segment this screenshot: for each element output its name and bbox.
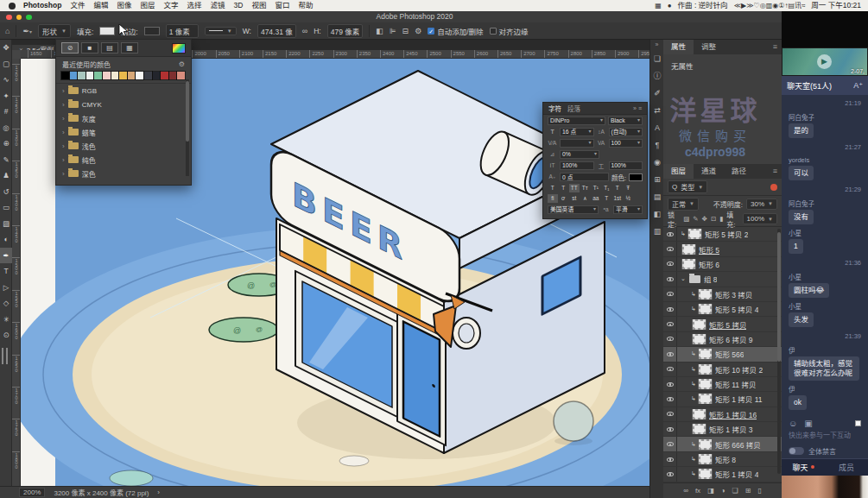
- minimize-window-button[interactable]: [16, 15, 22, 21]
- swatch-#23252c[interactable]: [153, 72, 161, 79]
- no-color-button[interactable]: ⊘: [61, 42, 79, 54]
- swatches-scrollbar-thumb[interactable]: [186, 81, 189, 142]
- layer-style-icon[interactable]: fx: [695, 487, 700, 495]
- lock-position-icon[interactable]: ✥: [702, 215, 707, 223]
- layer-row[interactable]: 矩形 1 拷贝 16: [663, 407, 782, 422]
- layer-row[interactable]: ↳矩形 5 拷贝 2: [663, 227, 782, 242]
- info-panel-icon[interactable]: ⓘ: [650, 67, 664, 85]
- pen-tool-preset-icon[interactable]: ✒▾: [22, 27, 32, 35]
- auto-add-delete-checkbox[interactable]: ✓自动添加/删除: [428, 26, 483, 36]
- layer-name[interactable]: 矩形 5 拷贝 2: [705, 229, 749, 239]
- visibility-eye-icon[interactable]: [663, 347, 677, 361]
- stamp-tool[interactable]: ♟: [0, 167, 12, 184]
- text-color-chip[interactable]: [629, 173, 643, 181]
- chat-input-placeholder[interactable]: 快出来参与一下互动: [782, 430, 868, 443]
- swatch-group-灰度[interactable]: ›灰度: [56, 111, 191, 125]
- text-style-button[interactable]: T₁: [602, 184, 612, 192]
- layer-row[interactable]: ↳矩形 1 拷贝 4: [663, 467, 782, 482]
- adjustment-layer-icon[interactable]: ◑: [721, 487, 725, 495]
- layer-row[interactable]: ↳矩形 3 拷贝: [663, 287, 782, 302]
- zoom-tool[interactable]: ⊙: [0, 327, 12, 344]
- tab-properties[interactable]: 属性: [663, 40, 694, 54]
- swatch-group-深色[interactable]: ›深色: [56, 167, 191, 180]
- menu-bar-clock[interactable]: 周一 下午10:21: [811, 0, 861, 11]
- opentype-feature-button[interactable]: fi: [548, 194, 558, 203]
- kerning-field[interactable]: ▾: [560, 139, 594, 148]
- pattern-button[interactable]: ▦: [121, 42, 138, 54]
- zoom-level-field[interactable]: 200%: [19, 488, 45, 497]
- opentype-feature-button[interactable]: st: [569, 194, 580, 203]
- keyboard-icon[interactable]: ▤: [788, 2, 795, 9]
- pen-tool[interactable]: ✒: [0, 248, 12, 264]
- text-style-button[interactable]: T: [559, 184, 569, 192]
- libraries-panel-icon[interactable]: ▥: [650, 223, 664, 240]
- history-panel-icon[interactable]: ❏: [650, 50, 664, 67]
- maximize-window-button[interactable]: [26, 15, 32, 21]
- layer-name[interactable]: 矩形 8: [715, 454, 736, 464]
- next-track-icon[interactable]: ≫: [746, 2, 753, 9]
- text-style-button[interactable]: Tᴛ: [580, 184, 591, 192]
- swatch-#b23131[interactable]: [161, 72, 168, 79]
- shape-settings-gear-icon[interactable]: ⚙: [415, 27, 421, 35]
- swatch-#f6f6f4[interactable]: [136, 72, 143, 79]
- visibility-eye-icon[interactable]: [663, 422, 677, 436]
- layer-name[interactable]: 矩形 666 拷贝: [715, 439, 761, 450]
- gradient-tool[interactable]: ▨: [0, 216, 12, 232]
- tab-character[interactable]: 字符: [548, 104, 561, 113]
- tab-paths[interactable]: 路径: [724, 164, 754, 179]
- layers-panel-menu-icon[interactable]: ≡: [773, 164, 782, 179]
- visibility-eye-icon[interactable]: [663, 332, 677, 346]
- menu-图像[interactable]: 图像: [117, 1, 131, 9]
- character-panel-icon[interactable]: A: [650, 119, 664, 136]
- swatch-#7cc49e[interactable]: [94, 72, 102, 79]
- swatch-#e9b94d[interactable]: [119, 72, 127, 79]
- lock-all-icon[interactable]: ▮: [719, 215, 723, 223]
- layer-row[interactable]: ↳矩形 10 拷贝 2: [663, 362, 782, 377]
- tab-layers[interactable]: 图层: [663, 164, 694, 179]
- anti-alias-select[interactable]: 平滑▾: [613, 205, 643, 214]
- path-select-tool[interactable]: ▷: [0, 280, 12, 296]
- meeting-app-icon[interactable]: 讯: [795, 2, 801, 9]
- close-window-button[interactable]: [6, 15, 12, 21]
- layer-row[interactable]: ↳矩形 5 拷贝 4: [663, 302, 782, 317]
- paragraph-panel-icon[interactable]: ¶: [650, 136, 664, 154]
- window-title-bar[interactable]: Adobe Photoshop 2020: [0, 11, 868, 22]
- eyedropper-tool[interactable]: ◎: [0, 120, 12, 136]
- new-layer-icon[interactable]: ⊞: [745, 487, 751, 495]
- play-button-icon[interactable]: ▶: [817, 54, 832, 69]
- layer-row[interactable]: 矩形 5 拷贝: [663, 317, 782, 331]
- color-panel-icon[interactable]: ◧: [650, 205, 664, 223]
- gradients-panel-icon[interactable]: ▤: [650, 188, 664, 205]
- stroke-color-chip[interactable]: [144, 27, 160, 35]
- visibility-eye-icon[interactable]: [663, 287, 677, 301]
- menu-视图[interactable]: 视图: [251, 1, 266, 9]
- gear-icon[interactable]: ⚙: [179, 60, 185, 68]
- font-style-select[interactable]: Black▾: [608, 117, 643, 125]
- tab-adjustments[interactable]: 调整: [694, 40, 724, 54]
- layer-name[interactable]: 矩形 566: [715, 349, 744, 359]
- layer-name[interactable]: 矩形 1 拷贝 11: [715, 394, 763, 404]
- visibility-eye-icon[interactable]: [663, 272, 677, 286]
- swatch-#5b9bd5[interactable]: [70, 72, 78, 79]
- baseline-shift-field[interactable]: 0 点: [560, 173, 609, 181]
- swatch-group-CMYK[interactable]: ›CMYK: [56, 98, 191, 111]
- swatch-#f1e9d2[interactable]: [111, 72, 119, 79]
- layer-name[interactable]: 矩形 1 拷贝 16: [709, 409, 757, 419]
- leading-field[interactable]: (自动)▾: [609, 128, 643, 136]
- menu-窗口[interactable]: 窗口: [275, 1, 289, 9]
- swatch-group-蜡笔[interactable]: ›蜡笔: [56, 125, 191, 139]
- fill-opacity-field[interactable]: 100%▼: [743, 213, 777, 224]
- move-tool[interactable]: ✥: [0, 40, 12, 56]
- home-icon[interactable]: ⌂: [5, 27, 10, 35]
- visibility-eye-icon[interactable]: [663, 362, 677, 376]
- expand-panels-icon[interactable]: »: [650, 40, 663, 50]
- add-mask-icon[interactable]: ◨: [707, 487, 714, 495]
- visibility-eye-icon[interactable]: [663, 227, 677, 241]
- vertical-ruler[interactable]: 1200125013001350140014501500155016001650…: [12, 59, 21, 486]
- tab-channels[interactable]: 通道: [694, 164, 724, 179]
- fill-color-chip[interactable]: [99, 27, 115, 35]
- visibility-eye-icon[interactable]: [663, 467, 677, 481]
- layer-name[interactable]: 矩形 10 拷贝 2: [715, 364, 763, 375]
- image-upload-icon[interactable]: ▣: [804, 419, 812, 428]
- layer-name[interactable]: 矩形 5 拷贝 4: [715, 304, 759, 314]
